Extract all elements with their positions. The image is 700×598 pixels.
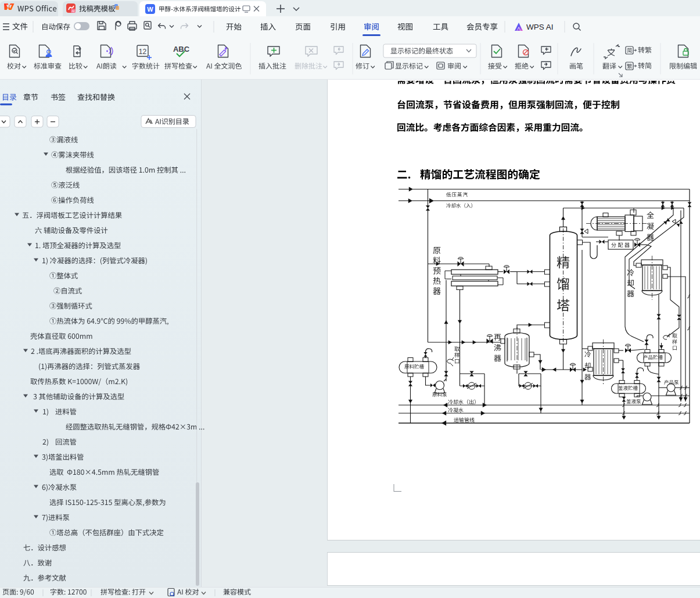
svg-text:W: W <box>147 6 153 13</box>
svg-text:12: 12 <box>139 48 147 56</box>
svg-text:AI: AI <box>71 9 75 13</box>
svg-text:WPS AI: WPS AI <box>526 23 554 31</box>
svg-text:ABC: ABC <box>173 45 190 53</box>
